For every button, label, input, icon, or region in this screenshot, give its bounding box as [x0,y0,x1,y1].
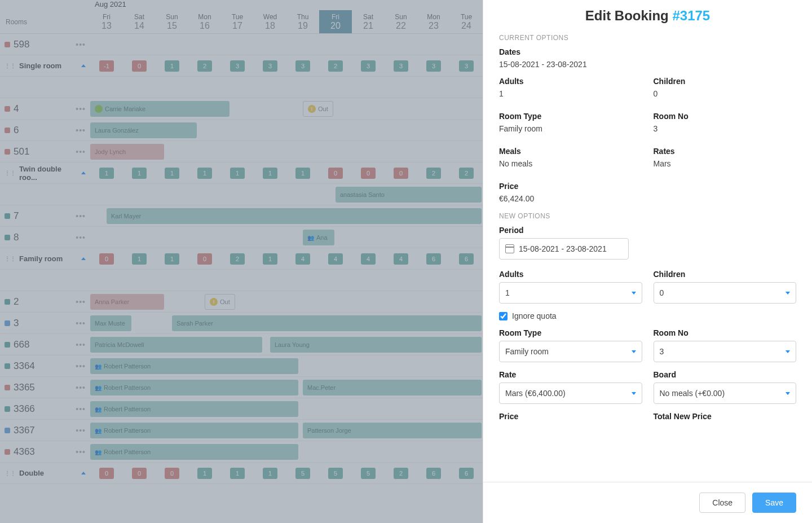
booking-bar[interactable]: Patterson Jorge [303,423,482,438]
availability-pill: 1 [132,253,147,265]
day-cell[interactable]: Wed18 [254,10,286,33]
room-header[interactable]: 668••• [0,339,90,350]
room-header[interactable]: 3366••• [0,403,90,415]
availability-pill: 3 [426,60,441,72]
booking-bar[interactable]: Laura Young [270,337,482,353]
room-color-icon [5,213,10,219]
room-header[interactable]: 3365••• [0,382,90,393]
roomno-select[interactable]: 3 [654,341,797,362]
room-group-header[interactable]: ⋮⋮Family room [0,254,90,263]
room-header[interactable]: 6••• [0,125,90,136]
drag-icon[interactable]: ⋮⋮ [5,170,16,176]
booking-bar[interactable]: Sarah Parker [172,315,482,331]
room-header[interactable]: 4••• [0,103,90,115]
room-header[interactable]: 2••• [0,296,90,307]
booking-bar[interactable]: 👥Ana [303,230,334,245]
more-icon[interactable]: ••• [76,297,86,306]
booking-bar[interactable]: 👥Robert Patterson [90,380,298,395]
calendar-row: 3•••Max MusteSarah Parker [0,313,483,334]
room-header[interactable]: 4363••• [0,446,90,458]
roomtype-value: Family room [499,124,642,133]
ignore-quota-row[interactable]: Ignore quota [499,311,796,320]
availability-pill: 3 [295,60,310,72]
more-icon[interactable]: ••• [76,147,86,156]
day-cell[interactable]: Tue24 [450,10,483,33]
more-icon[interactable]: ••• [76,40,86,49]
day-cell[interactable]: Mon16 [188,10,221,33]
more-icon[interactable]: ••• [76,340,86,349]
people-icon: 👥 [95,363,102,370]
chevron-up-icon[interactable] [81,64,86,67]
more-icon[interactable]: ••• [76,405,86,414]
availability-pill: 2 [230,253,245,265]
more-icon[interactable]: ••• [76,104,86,113]
calendar-icon [505,244,514,253]
meals-value: No meals [499,159,642,168]
booking-bar[interactable]: 👥Robert Patterson [90,444,298,460]
room-header[interactable]: 598••• [0,39,90,50]
drag-icon[interactable]: ⋮⋮ [5,63,16,69]
more-icon[interactable]: ••• [76,447,86,456]
rate-select[interactable]: Mars (€6,400.00) [499,383,642,404]
booking-bar[interactable]: Karl Mayer [107,208,482,224]
day-cell[interactable]: Tue17 [221,10,254,33]
board-select[interactable]: No meals (+€0.00) [654,383,797,404]
chevron-up-icon[interactable] [81,257,86,260]
day-cell[interactable]: Fri13 [90,10,123,33]
roomno-label: Room No [654,112,797,121]
booking-bar[interactable]: Mac.Peter [303,380,482,395]
children-select[interactable]: 0 [654,282,797,304]
room-header[interactable]: 3367••• [0,425,90,436]
booking-bar[interactable]: 👥Robert Patterson [90,423,298,438]
more-icon[interactable]: ••• [76,319,86,328]
drag-icon[interactable]: ⋮⋮ [5,470,16,476]
save-button[interactable]: Save [752,493,796,513]
booking-bar[interactable]: Patricia McDowell [90,337,262,353]
booking-bar[interactable]: Max Muste [90,315,131,331]
period-input[interactable]: 15-08-2021 - 23-08-2021 [499,238,629,260]
calendar-row: anastasia Santo [0,184,483,205]
more-icon[interactable]: ••• [76,212,86,221]
availability-pill: 5 [361,468,376,479]
room-header[interactable]: 3364••• [0,361,90,372]
booking-bar[interactable]: Jody Lynch [90,144,164,160]
day-cell[interactable]: Thu19 [286,10,319,33]
day-cell[interactable]: Fri20 [319,10,352,33]
booking-bar[interactable]: 👥Robert Patterson [90,401,298,417]
calendar-row: 668•••Patricia McDowellLaura Young [0,334,483,355]
out-badge[interactable]: !Out [303,101,333,117]
room-group-header[interactable]: ⋮⋮Twin double roo... [0,165,90,182]
chevron-up-icon[interactable] [81,472,86,474]
booking-bar[interactable]: Anna Parker [90,294,164,310]
day-cell[interactable]: Sat21 [352,10,385,33]
booking-bar[interactable]: Laura González [90,122,197,138]
out-badge[interactable]: !Out [205,294,235,310]
booking-bar[interactable]: anastasia Santo [336,187,482,203]
adults-select-label: Adults [499,270,642,279]
room-header[interactable]: 7••• [0,210,90,222]
more-icon[interactable]: ••• [76,233,86,242]
day-cell[interactable]: Sat14 [123,10,156,33]
room-header[interactable]: 8••• [0,232,90,243]
roomtype-select[interactable]: Family room [499,341,642,362]
availability-pill: -1 [99,60,114,72]
chevron-up-icon[interactable] [81,172,86,174]
drag-icon[interactable]: ⋮⋮ [5,256,16,262]
more-icon[interactable]: ••• [76,426,86,435]
room-header[interactable]: 501••• [0,146,90,157]
day-cell[interactable]: Mon23 [417,10,450,33]
rooms-header[interactable]: Rooms [0,10,90,33]
day-cell[interactable]: Sun15 [156,10,188,33]
room-group-header[interactable]: ⋮⋮Double [0,469,90,477]
ignore-quota-checkbox[interactable] [499,312,508,320]
booking-bar[interactable]: 👥Robert Patterson [90,358,298,374]
more-icon[interactable]: ••• [76,383,86,392]
more-icon[interactable]: ••• [76,362,86,371]
more-icon[interactable]: ••• [76,126,86,135]
close-button[interactable]: Close [699,493,745,513]
room-header[interactable]: 3••• [0,318,90,329]
adults-select[interactable]: 1 [499,282,642,304]
day-cell[interactable]: Sun22 [385,10,417,33]
room-group-header[interactable]: ⋮⋮Single room [0,61,90,70]
booking-bar[interactable]: Carrie Mariake [90,101,230,117]
